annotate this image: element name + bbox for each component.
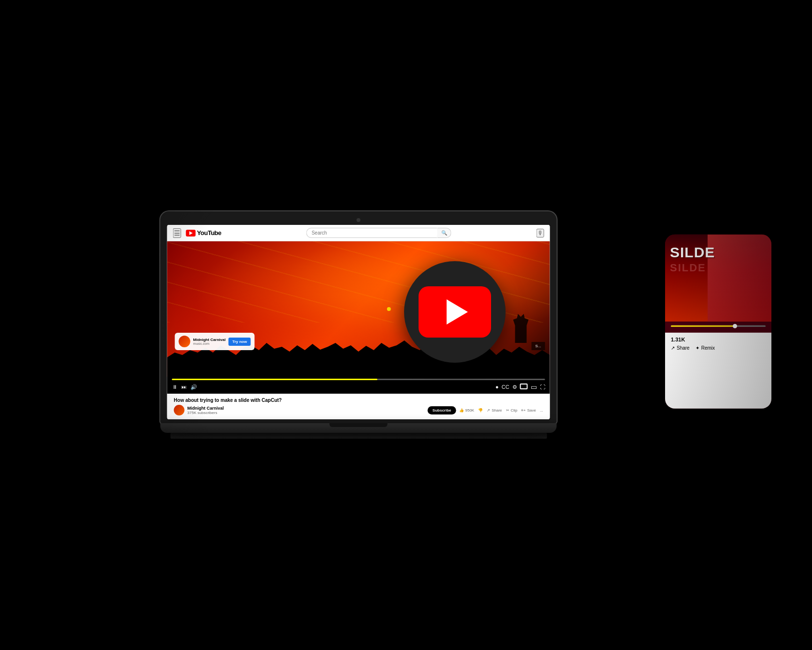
subscribe-button[interactable]: Subscribe — [428, 406, 456, 414]
laptop-base — [160, 423, 557, 433]
phone-remix-button[interactable]: ✦ Remix — [696, 345, 715, 351]
phone-title-text: SILDE — [670, 244, 715, 261]
search-button[interactable]: 🔍 — [437, 228, 451, 238]
search-input[interactable] — [306, 228, 437, 238]
phone-title-shadow: SILDE — [670, 262, 706, 274]
dislike-button[interactable]: 👎 — [478, 408, 483, 413]
save-button[interactable]: ≡+ Save — [521, 408, 536, 413]
mic-button[interactable]: 🎙 — [536, 229, 544, 237]
share-button[interactable]: ↗ Share — [487, 408, 502, 413]
ad-avatar — [179, 336, 190, 347]
yt-info: How about trying to make a slide with Ca… — [167, 394, 550, 419]
settings-button[interactable]: ⚙ — [512, 384, 517, 390]
phone-actions: ↗ Share ✦ Remix — [671, 345, 766, 351]
yt-big-logo — [404, 261, 506, 363]
more-button[interactable]: ... — [540, 408, 543, 413]
controls-row: ⏸ ⏭ 🔊 ● CC ⚙ ▭ — [172, 383, 545, 391]
save-icon: ≡+ — [521, 408, 525, 413]
phone-share-label: Share — [677, 345, 690, 351]
play-pause-button[interactable]: ⏸ — [172, 384, 177, 390]
video-controls: ⏸ ⏭ 🔊 ● CC ⚙ ▭ — [167, 377, 550, 394]
yt-logo-icon — [186, 230, 196, 236]
scene: ☰ YouTube 🔍 🎙 — [0, 0, 812, 650]
progress-dot — [387, 307, 391, 311]
clip-button[interactable]: ✂ Clip — [506, 408, 518, 413]
fullscreen-button[interactable]: ⛶ — [540, 384, 545, 390]
like-button[interactable]: 👍 950K — [459, 408, 475, 413]
like-count: 950K — [465, 408, 475, 413]
phone-share-button[interactable]: ↗ Share — [671, 345, 690, 351]
yt-header: ☰ YouTube 🔍 🎙 — [167, 225, 550, 241]
channel-subs: 375K subscribers — [188, 411, 425, 415]
yt-big-logo-inner — [419, 286, 491, 338]
laptop-camera — [357, 218, 361, 222]
ctrl-right: ● CC ⚙ ▭ ⛶ — [495, 383, 545, 391]
video-ad: Midnight Carnival music.com Try now — [175, 333, 255, 350]
laptop-bottom — [170, 433, 547, 439]
channel-avatar — [174, 405, 185, 415]
yt-search-bar: 🔍 — [306, 228, 451, 238]
progress-fill — [172, 379, 377, 380]
live-button[interactable]: ● — [495, 384, 499, 390]
phone-card: SILDE SILDE 1.31K ↗ Share ✦ Remix — [665, 235, 771, 409]
phone-share-icon: ↗ — [671, 345, 675, 351]
channel-row: Midnight Carnival 375K subscribers Subsc… — [174, 405, 543, 415]
phone-count: 1.31K — [671, 337, 766, 342]
phone-bottom: 1.31K ↗ Share ✦ Remix — [665, 333, 771, 409]
channel-info: Midnight Carnival 375K subscribers — [188, 406, 425, 415]
channel-name: Midnight Carnival — [188, 406, 425, 411]
clip-icon: ✂ — [506, 408, 509, 413]
action-buttons: 👍 950K 👎 ↗ Share ✂ — [459, 408, 543, 413]
phone-top-image: SILDE SILDE — [665, 235, 771, 322]
phone-progress-bar[interactable] — [671, 325, 766, 327]
menu-button[interactable]: ☰ — [173, 228, 181, 238]
yt-logo: YouTube — [186, 229, 221, 236]
phone-progress-dot — [733, 324, 737, 328]
theater-icon: ▭ — [531, 383, 537, 391]
skip-button[interactable]: S... — [532, 342, 545, 350]
next-button[interactable]: ⏭ — [181, 384, 187, 390]
yt-logo-text: YouTube — [197, 229, 221, 236]
cc-button[interactable]: CC — [502, 384, 509, 390]
ad-url: music.com — [193, 342, 226, 345]
yt-big-play-icon — [447, 299, 468, 325]
phone-remix-icon: ✦ — [696, 345, 699, 351]
ad-cta-button[interactable]: Try now — [229, 338, 251, 346]
miniplayer-icon — [520, 384, 528, 389]
phone-remix-label: Remix — [701, 345, 715, 351]
ad-text-block: Midnight Carnival music.com — [193, 338, 226, 345]
progress-bar[interactable] — [172, 379, 545, 380]
theater-button[interactable]: ▭ — [531, 383, 537, 391]
phone-person-image — [708, 235, 771, 322]
phone-progress-area — [665, 322, 771, 333]
share-icon: ↗ — [487, 408, 490, 413]
laptop-hinge — [330, 423, 388, 427]
volume-button[interactable]: 🔊 — [190, 384, 197, 390]
miniplayer-button[interactable] — [520, 384, 528, 390]
thumb-up-icon: 👍 — [459, 408, 464, 413]
phone-progress-fill — [671, 325, 737, 327]
thumb-down-icon: 👎 — [478, 408, 483, 413]
ad-title: Midnight Carnival — [193, 338, 226, 342]
video-title: How about trying to make a slide with Ca… — [174, 398, 543, 403]
